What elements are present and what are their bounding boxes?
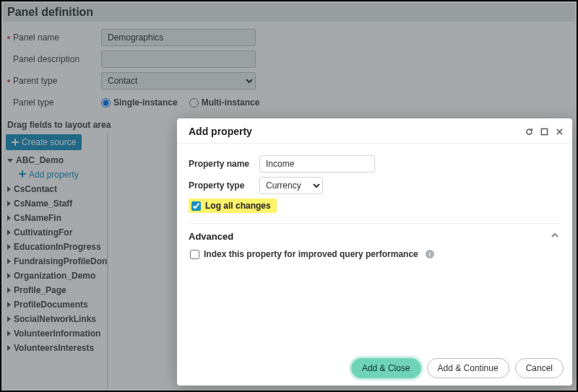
tree-item[interactable]: CsContact [6, 182, 107, 196]
log-all-changes-checkbox[interactable] [191, 201, 201, 211]
source-tree-sidebar: Create source ABC_Demo Add property CsCo… [3, 133, 108, 389]
tree-item-label: FundraisingProfileDonorInfo [14, 256, 107, 266]
panel-name-input[interactable] [101, 29, 256, 46]
panel-type-label: Panel type [13, 97, 54, 108]
tree-item-label: SocialNetworkLinks [14, 314, 96, 324]
panel-definition-form: Panel name Panel description Parent type… [3, 22, 575, 117]
add-and-close-button[interactable]: Add & Close [351, 358, 421, 378]
close-icon[interactable] [556, 128, 564, 136]
property-type-label: Property type [189, 180, 259, 191]
source-tree: ABC_Demo Add property CsContact CsName_S… [3, 153, 107, 355]
panel-type-single-label: Single-instance [113, 97, 178, 108]
plus-icon [19, 170, 26, 178]
page-title: Panel definition [3, 3, 575, 22]
tree-item-label: ProfileDocuments [14, 300, 88, 310]
panel-type-multi-radio[interactable] [189, 98, 199, 108]
tree-item[interactable]: VolunteersInterests [6, 341, 107, 355]
tree-item-label: Profile_Page [14, 285, 66, 295]
advanced-section: Advanced Index this property for improve… [189, 223, 561, 259]
property-name-input[interactable] [259, 155, 375, 173]
property-type-select[interactable]: Currency [259, 177, 323, 194]
parent-type-label: Parent type [13, 76, 57, 86]
panel-type-multi-label: Multi-instance [202, 97, 260, 108]
chevron-up-icon[interactable] [551, 231, 559, 242]
tree-item[interactable]: VolunteerInformation [6, 326, 107, 341]
chevron-right-icon [7, 215, 11, 221]
add-property-modal: Add property Property name Property type… [177, 118, 572, 386]
tree-item-label: EducationInProgress [14, 242, 101, 252]
log-all-changes-option[interactable]: Log all changes [189, 199, 277, 213]
chevron-right-icon [7, 201, 11, 206]
chevron-right-icon [7, 186, 11, 192]
tree-item-label: Organization_Demo [14, 271, 95, 281]
index-property-checkbox[interactable] [190, 250, 199, 259]
tree-item[interactable]: SocialNetworkLinks [6, 312, 107, 326]
tree-item-label: ABC_Demo [16, 155, 64, 165]
refresh-icon[interactable] [525, 128, 533, 136]
tree-item[interactable]: Profile_Page [6, 283, 107, 297]
chevron-down-icon [7, 159, 13, 162]
create-source-button[interactable]: Create source [6, 134, 82, 150]
log-all-changes-label: Log all changes [205, 201, 271, 211]
chevron-right-icon [7, 287, 11, 293]
info-icon[interactable]: i [426, 250, 434, 258]
tree-item-label: VolunteersInterests [14, 343, 94, 353]
chevron-right-icon [7, 244, 11, 250]
cancel-button[interactable]: Cancel [515, 358, 564, 378]
panel-description-input[interactable] [101, 51, 256, 68]
tree-item-label: CsNameFin [14, 213, 61, 223]
chevron-right-icon [7, 273, 11, 279]
panel-description-label: Panel description [13, 54, 79, 64]
panel-type-multi-option[interactable]: Multi-instance [189, 97, 260, 108]
panel-type-single-radio[interactable] [101, 98, 111, 108]
chevron-right-icon [7, 258, 11, 264]
panel-name-label: Panel name [13, 32, 59, 43]
plus-icon [12, 139, 19, 146]
chevron-right-icon [7, 345, 11, 351]
add-property-label: Add property [29, 170, 79, 180]
parent-type-select[interactable]: Contact [101, 72, 256, 90]
chevron-right-icon [7, 302, 11, 308]
tree-item[interactable]: CsName_Staff [6, 196, 107, 211]
tree-item-label: VolunteerInformation [14, 328, 100, 339]
required-dot [7, 79, 10, 82]
required-dot [7, 36, 10, 39]
tree-item[interactable]: EducationInProgress [6, 240, 107, 254]
tree-item[interactable]: CsNameFin [6, 211, 107, 225]
advanced-heading: Advanced [189, 231, 561, 242]
tree-item[interactable]: FundraisingProfileDonorInfo [6, 254, 107, 269]
modal-title: Add property [189, 126, 525, 137]
tree-item[interactable]: ProfileDocuments [6, 297, 107, 312]
add-and-continue-button[interactable]: Add & Continue [427, 358, 509, 378]
tree-item-abc-demo[interactable]: ABC_Demo [6, 153, 107, 167]
property-name-label: Property name [189, 159, 259, 169]
index-property-label: Index this property for improved query p… [204, 249, 418, 259]
tree-item-label: CsName_Staff [14, 199, 72, 209]
tree-item[interactable]: CultivatingFor [6, 225, 107, 240]
maximize-icon[interactable] [540, 128, 548, 136]
chevron-right-icon [7, 331, 11, 336]
add-property-link[interactable]: Add property [6, 167, 107, 182]
tree-item-label: CsContact [14, 184, 57, 194]
create-source-label: Create source [22, 137, 76, 147]
tree-item-label: CultivatingFor [14, 227, 72, 238]
chevron-right-icon [7, 316, 11, 322]
chevron-right-icon [7, 230, 11, 235]
svg-rect-0 [541, 129, 547, 134]
tree-item[interactable]: Organization_Demo [6, 269, 107, 283]
panel-type-single-option[interactable]: Single-instance [101, 97, 178, 108]
